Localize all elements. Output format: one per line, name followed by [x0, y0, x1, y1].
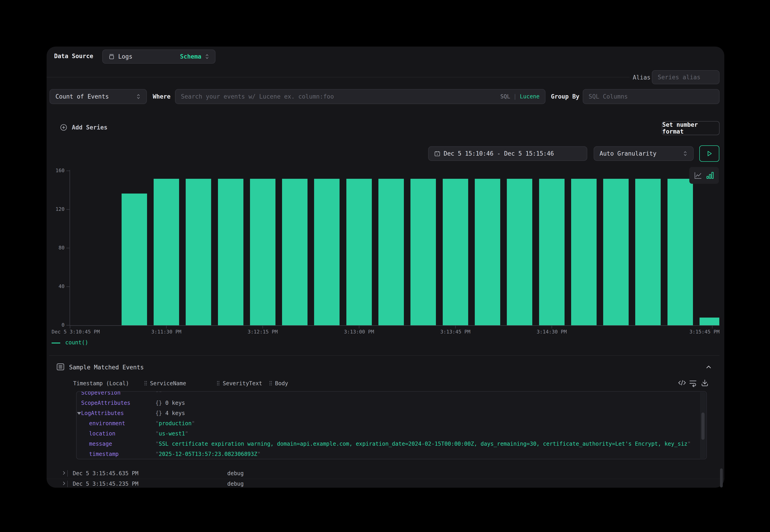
- json-key: ScopeVersion: [81, 391, 120, 396]
- updown-chevron-icon: [683, 150, 688, 157]
- run-query-button[interactable]: [699, 145, 719, 162]
- logs-icon: [108, 53, 115, 60]
- alias-input[interactable]: [658, 74, 714, 81]
- expanded-row-json-panel: ScopeVersion""ScopeAttributes{} 0 keysLo…: [76, 391, 707, 459]
- event-row[interactable]: Dec 5 3:15:45.635 PMdebug: [47, 468, 724, 479]
- download-icon[interactable]: [700, 378, 709, 387]
- lucene-mode-toggle[interactable]: Lucene: [520, 93, 540, 100]
- drag-handle-icon[interactable]: [144, 380, 147, 386]
- app-root: { "header": { "data_source_label": "Data…: [0, 0, 770, 532]
- json-scrollbar-thumb[interactable]: [701, 413, 705, 440]
- json-field-row[interactable]: environment"production": [77, 418, 697, 429]
- mode-divider: |: [514, 93, 517, 100]
- events-divider: [49, 355, 720, 356]
- json-key: environment: [89, 420, 125, 427]
- event-timestamp: Dec 5 3:15:45.235 PM: [73, 481, 138, 487]
- updown-chevron-icon: [204, 53, 209, 60]
- set-number-format-button[interactable]: Set number format: [662, 121, 720, 135]
- row-divider-bar: [67, 481, 68, 487]
- json-key: LogAttributes: [81, 410, 124, 416]
- column-header-servicename[interactable]: ServiceName: [150, 380, 186, 387]
- aggregate-value: Count of Events: [55, 93, 109, 100]
- json-field-row[interactable]: ScopeAttributes{} 0 keys: [77, 398, 697, 408]
- column-header-severitytext[interactable]: SeverityText: [223, 380, 262, 387]
- group-by-inputbox: [583, 89, 720, 104]
- plus-circle-icon: [60, 123, 68, 132]
- group-by-input[interactable]: [589, 93, 714, 100]
- legend-series-label: count(): [65, 339, 88, 346]
- legend-swatch: [52, 343, 60, 343]
- json-value: {} 4 keys: [155, 410, 185, 416]
- json-field-row[interactable]: timestamp"2025-12-05T13:57:23.082306893Z…: [77, 449, 697, 459]
- calendar-icon: [434, 150, 441, 157]
- json-key: timestamp: [89, 451, 119, 457]
- json-field-row[interactable]: LogAttributes{} 4 keys: [77, 408, 697, 418]
- json-value: "2025-12-05T13:57:23.082306893Z": [155, 451, 260, 457]
- json-field-row[interactable]: location"us-west1": [77, 429, 697, 439]
- list-icon: [56, 363, 65, 371]
- schema-badge: Schema: [180, 53, 201, 60]
- event-rows: Dec 5 3:15:45.635 PMdebugDec 5 3:15:45.2…: [47, 467, 724, 488]
- data-source-value: Logs: [118, 53, 132, 60]
- wrap-text-icon[interactable]: [689, 378, 697, 387]
- json-value: {} 0 keys: [155, 400, 185, 406]
- json-scrollbar-track[interactable]: [700, 392, 706, 458]
- event-timestamp: Dec 5 3:15:45.635 PM: [73, 470, 138, 477]
- search-inputbox: SQL | Lucene: [175, 89, 546, 104]
- json-field-row[interactable]: ScopeVersion"": [77, 391, 697, 398]
- chart-type-toggle: [689, 167, 719, 184]
- header-divider: [47, 77, 630, 77]
- data-source-select[interactable]: Logs Schema: [102, 50, 215, 64]
- expand-row-chevron-icon[interactable]: [61, 481, 67, 486]
- event-severity: debug: [227, 481, 244, 487]
- alias-inputbox: [652, 70, 720, 84]
- json-key: location: [89, 430, 115, 437]
- json-key: ScopeAttributes: [81, 400, 130, 406]
- granularity-value: Auto Granularity: [600, 150, 656, 157]
- json-value: "SSL certificate expiration warning, dom…: [155, 441, 691, 447]
- time-range-picker[interactable]: Dec 5 15:10:46 - Dec 5 15:15:46: [428, 146, 587, 161]
- drag-handle-icon[interactable]: [216, 380, 220, 386]
- column-header-timestamp[interactable]: Timestamp (Local): [73, 380, 129, 387]
- data-source-label: Data Source: [54, 53, 93, 60]
- events-title: Sample Matched Events: [69, 364, 144, 371]
- json-value: "production": [155, 420, 195, 427]
- collapse-chevron-icon[interactable]: [705, 363, 713, 371]
- json-key: message: [89, 441, 112, 447]
- search-input[interactable]: [181, 93, 497, 100]
- updown-chevron-icon: [136, 93, 141, 100]
- json-value: "": [155, 391, 162, 396]
- drag-handle-icon[interactable]: [269, 380, 272, 386]
- expand-row-chevron-icon[interactable]: [61, 470, 67, 476]
- event-row[interactable]: Dec 5 3:15:45.235 PMdebug: [47, 479, 724, 488]
- add-series-label: Add Series: [72, 124, 107, 131]
- column-header-body[interactable]: Body: [275, 380, 288, 387]
- bar-chart-icon[interactable]: [706, 171, 715, 180]
- row-divider-bar: [67, 470, 68, 477]
- event-severity: debug: [227, 470, 244, 477]
- expand-triangle-icon[interactable]: [77, 412, 81, 415]
- where-label: Where: [153, 93, 170, 100]
- json-value: "us-west1": [155, 430, 188, 437]
- sql-mode-toggle[interactable]: SQL: [500, 93, 510, 100]
- alias-label: Alias: [633, 74, 651, 81]
- play-icon: [705, 149, 713, 158]
- group-by-label: Group By: [551, 93, 579, 100]
- time-range-value: Dec 5 15:10:46 - Dec 5 15:15:46: [444, 150, 554, 157]
- granularity-select[interactable]: Auto Granularity: [594, 146, 694, 161]
- panel-scrollbar-thumb[interactable]: [720, 468, 723, 487]
- line-chart-icon[interactable]: [694, 171, 702, 180]
- json-field-row[interactable]: message"SSL certificate expiration warni…: [77, 439, 697, 449]
- aggregate-select[interactable]: Count of Events: [50, 89, 147, 104]
- add-series-button[interactable]: Add Series: [60, 123, 107, 132]
- code-view-icon[interactable]: [678, 378, 686, 387]
